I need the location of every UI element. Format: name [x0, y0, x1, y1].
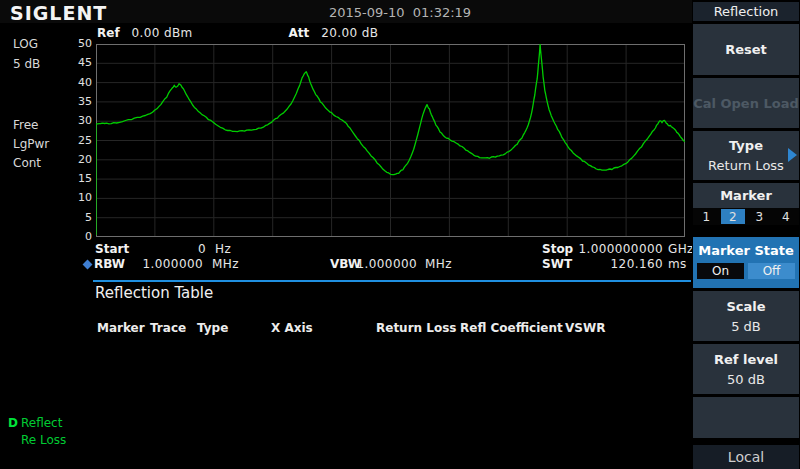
- rbw-marker-icon: [83, 260, 93, 270]
- marker-3-button[interactable]: 3: [747, 209, 772, 224]
- ref-level-button[interactable]: Ref level 50 dB: [693, 344, 799, 394]
- y-tick-15: 15: [62, 172, 92, 185]
- marker-2-button[interactable]: 2: [721, 209, 746, 224]
- left-annunciator-2: Free: [13, 118, 38, 132]
- ref-value: 0.00 dBm: [131, 26, 192, 40]
- blank-softkey[interactable]: [693, 397, 799, 438]
- marker-1-button[interactable]: 1: [694, 209, 719, 224]
- reflection-table-header: MarkerTraceTypeX AxisReturn LossRefl Coe…: [97, 321, 657, 335]
- trace-d-flag: D: [8, 416, 18, 430]
- swt-unit: ms: [668, 258, 687, 271]
- datetime: 2015-09-10 01:32:19: [280, 5, 520, 20]
- att-value: 20.00 dB: [321, 26, 378, 40]
- marker-state-off-button[interactable]: Off: [748, 263, 795, 279]
- left-annunciator-4: Cont: [13, 156, 41, 170]
- scale-button[interactable]: Scale 5 dB: [693, 291, 799, 341]
- y-tick-25: 25: [62, 134, 92, 147]
- ref-att-row: Ref 0.00 dBm Att 20.00 dB: [97, 27, 378, 40]
- y-tick-40: 40: [62, 76, 92, 89]
- reset-button[interactable]: Reset: [693, 24, 799, 75]
- marker-state-on-button[interactable]: On: [697, 263, 744, 279]
- trace-plot: [96, 44, 685, 237]
- reflection-table-title: Reflection Table: [95, 284, 213, 302]
- scale-button-value: 5 dB: [731, 319, 761, 334]
- y-tick-50: 50: [62, 37, 92, 50]
- cal-open-load-label: Cal Open Load: [693, 96, 799, 111]
- grid-lines: [96, 44, 685, 237]
- y-tick-35: 35: [62, 95, 92, 108]
- table-column-type: Type: [197, 321, 228, 335]
- y-tick-10: 10: [62, 191, 92, 204]
- start-unit: Hz: [215, 243, 231, 256]
- siglent-logo: SIGLENT: [10, 2, 107, 24]
- type-button-value: Return Loss: [708, 158, 784, 173]
- start-label: Start: [95, 243, 129, 256]
- y-tick-45: 45: [62, 56, 92, 69]
- left-annunciator-3: LgPwr: [13, 137, 49, 151]
- ref-level-button-value: 50 dB: [727, 372, 765, 387]
- vbw-unit: MHz: [425, 258, 452, 271]
- ref-level-button-label: Ref level: [714, 352, 778, 367]
- stop-unit: GHz: [668, 243, 694, 256]
- swt-value: 120.160: [556, 258, 663, 271]
- analyzer-screen: SIGLENT 2015-09-10 01:32:19 Ref 0.00 dBm…: [0, 0, 800, 469]
- vbw-value: 1.000000: [352, 258, 417, 271]
- separator-line: [93, 280, 691, 282]
- ref-label: Ref: [97, 26, 120, 40]
- type-button-label: Type: [729, 138, 763, 153]
- left-annunciator-0: LOG: [13, 37, 38, 51]
- marker-select-row: 1234: [693, 208, 799, 225]
- trace-mode-reflect: Reflect: [21, 416, 62, 430]
- marker-state-label: Marker State: [693, 243, 799, 258]
- table-column-x-axis: X Axis: [271, 321, 313, 335]
- marker-state-group[interactable]: Marker State On Off: [693, 237, 799, 288]
- rbw-unit: MHz: [212, 258, 239, 271]
- marker-state-toggle: On Off: [697, 263, 795, 279]
- table-column-refl-coefficient: Refl Coefficient: [460, 321, 563, 335]
- top-bar: SIGLENT 2015-09-10 01:32:19: [0, 0, 692, 23]
- att-label: Att: [289, 26, 310, 40]
- rbw-value: 1.000000: [127, 258, 203, 271]
- table-column-trace: Trace: [150, 321, 186, 335]
- table-column-return-loss: Return Loss: [376, 321, 456, 335]
- table-column-marker: Marker: [97, 321, 145, 335]
- local-button[interactable]: Local: [693, 445, 799, 469]
- table-column-vswr: VSWR: [565, 321, 605, 335]
- reset-button-label: Reset: [725, 42, 767, 57]
- scale-button-label: Scale: [726, 299, 765, 314]
- left-annunciator-1: 5 dB: [13, 57, 40, 71]
- sidebar-title: Reflection: [693, 2, 799, 21]
- start-value: 0: [130, 243, 206, 256]
- submenu-arrow-icon: [788, 148, 797, 162]
- type-button[interactable]: Type Return Loss: [693, 131, 799, 180]
- marker-button-label: Marker: [720, 188, 772, 203]
- y-tick-0: 0: [62, 230, 92, 243]
- trace-mode-reloss: Re Loss: [21, 433, 66, 447]
- softkey-sidebar: Reflection Reset Cal Open Load Type Retu…: [692, 0, 800, 469]
- marker-4-button[interactable]: 4: [774, 209, 799, 224]
- y-tick-30: 30: [62, 114, 92, 127]
- y-tick-5: 5: [62, 211, 92, 224]
- y-tick-20: 20: [62, 153, 92, 166]
- stop-value: 1.000000000: [556, 243, 663, 256]
- cal-open-load-button[interactable]: Cal Open Load: [693, 78, 799, 128]
- rbw-label: RBW: [94, 258, 125, 271]
- marker-button[interactable]: Marker: [693, 183, 799, 208]
